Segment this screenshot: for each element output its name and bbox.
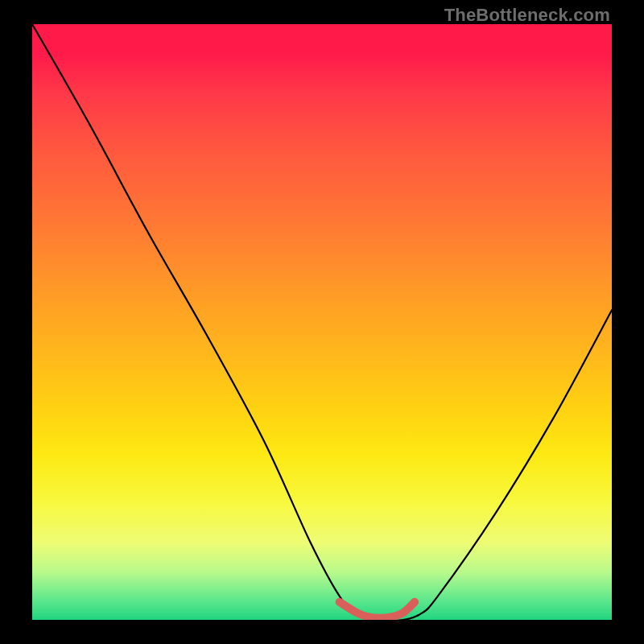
watermark-text: TheBottleneck.com bbox=[444, 5, 610, 26]
chart-frame: TheBottleneck.com bbox=[0, 0, 644, 644]
chart-svg bbox=[32, 24, 612, 620]
bottleneck-curve bbox=[32, 24, 612, 620]
trough-highlight bbox=[340, 602, 415, 618]
plot-area bbox=[32, 24, 612, 620]
